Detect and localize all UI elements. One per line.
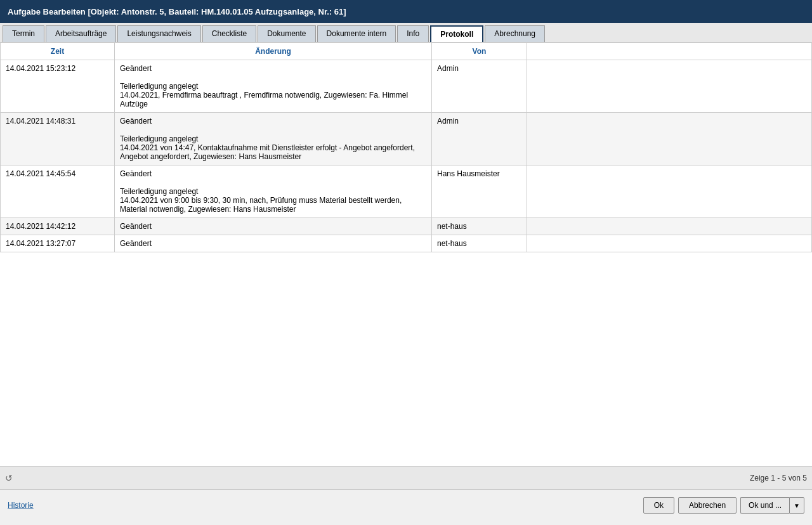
aenderung-detail: 14.04.2021 von 9:00 bis 9:30, 30 min, na… <box>120 196 402 214</box>
footer-buttons: Ok Abbrechen Ok und ... ▼ <box>643 497 804 514</box>
aenderung-title: Geändert <box>120 169 152 178</box>
aenderung-detail: 14.04.2021, Fremdfirma beauftragt , Frem… <box>120 91 408 108</box>
table-row: 14.04.2021 15:23:12GeändertTeilerledigun… <box>1 60 812 113</box>
table-row: 14.04.2021 14:42:12Geändertnet-haus <box>1 218 812 235</box>
main-content: Zeit Änderung Von 14.04.2021 15:23:12Geä… <box>0 42 812 466</box>
cell-aenderung: Geändert <box>115 235 432 252</box>
cell-aenderung: GeändertTeilerledigung angelegt14.04.202… <box>115 60 432 113</box>
page-info: Zeige 1 - 5 von 5 <box>750 474 807 483</box>
tab-dokumente[interactable]: Dokumente <box>258 25 315 42</box>
cell-extra <box>527 165 812 218</box>
refresh-icon[interactable]: ↺ <box>5 473 13 483</box>
table-row: 14.04.2021 14:48:31GeändertTeilerledigun… <box>1 113 812 165</box>
aenderung-detail: 14.04.2021 von 14:47, Kontaktaufnahme mi… <box>120 143 415 161</box>
aenderung-title: Geändert <box>120 222 152 231</box>
footer-bar: Historie Ok Abbrechen Ok und ... ▼ <box>0 489 812 521</box>
protocol-table: Zeit Änderung Von 14.04.2021 15:23:12Geä… <box>0 42 812 252</box>
cell-zeit: 14.04.2021 13:27:07 <box>1 235 115 252</box>
header-von: Von <box>432 43 527 60</box>
header-aenderung: Änderung <box>115 43 432 60</box>
aenderung-title: Geändert <box>120 239 152 248</box>
tab-dokumente-intern[interactable]: Dokumente intern <box>317 25 396 42</box>
cell-zeit: 14.04.2021 15:23:12 <box>1 60 115 113</box>
tab-arbeitsaufträge[interactable]: Arbeitsaufträge <box>46 25 116 42</box>
abbrechen-button[interactable]: Abbrechen <box>678 497 737 514</box>
cell-von: Admin <box>432 60 527 113</box>
cell-extra <box>527 113 812 165</box>
title-bar: Aufgabe Bearbeiten [Objekt: Antonstr. 5,… <box>0 0 812 23</box>
ok-und-main-button[interactable]: Ok und ... <box>740 497 789 514</box>
cell-zeit: 14.04.2021 14:42:12 <box>1 218 115 235</box>
cell-aenderung: GeändertTeilerledigung angelegt14.04.202… <box>115 113 432 165</box>
aenderung-detail: Teilerledigung angelegt <box>120 82 198 91</box>
aenderung-title: Geändert <box>120 64 152 73</box>
cell-von: Admin <box>432 113 527 165</box>
cell-aenderung: GeändertTeilerledigung angelegt14.04.202… <box>115 165 432 218</box>
ok-und-button-group: Ok und ... ▼ <box>740 497 804 514</box>
tab-checkliste[interactable]: Checkliste <box>202 25 256 42</box>
cell-aenderung: Geändert <box>115 218 432 235</box>
aenderung-detail: Teilerledigung angelegt <box>120 187 198 196</box>
cell-von: net-haus <box>432 218 527 235</box>
tab-info[interactable]: Info <box>397 25 429 42</box>
ok-button[interactable]: Ok <box>643 497 674 514</box>
table-row: 14.04.2021 13:27:07Geändertnet-haus <box>1 235 812 252</box>
content-scroll[interactable]: Zeit Änderung Von 14.04.2021 15:23:12Geä… <box>0 42 812 466</box>
bottom-status: ↺ Zeige 1 - 5 von 5 <box>0 466 812 489</box>
cell-zeit: 14.04.2021 14:48:31 <box>1 113 115 165</box>
header-zeit: Zeit <box>1 43 115 60</box>
tab-leistungsnachweis[interactable]: Leistungsnachweis <box>117 25 200 42</box>
title-text: Aufgabe Bearbeiten [Objekt: Antonstr. 5,… <box>8 7 346 16</box>
cell-extra <box>527 235 812 252</box>
historie-link[interactable]: Historie <box>8 501 34 510</box>
tab-bar: TerminArbeitsaufträgeLeistungsnachweisCh… <box>0 23 812 42</box>
ok-und-dropdown-button[interactable]: ▼ <box>789 497 804 514</box>
aenderung-detail: Teilerledigung angelegt <box>120 134 198 143</box>
cell-von: net-haus <box>432 235 527 252</box>
tab-abrechnung[interactable]: Abrechnung <box>485 25 545 42</box>
tab-termin[interactable]: Termin <box>3 25 44 42</box>
cell-extra <box>527 218 812 235</box>
table-row: 14.04.2021 14:45:54GeändertTeilerledigun… <box>1 165 812 218</box>
header-extra <box>527 43 812 60</box>
cell-von: Hans Hausmeister <box>432 165 527 218</box>
tab-protokoll[interactable]: Protokoll <box>430 25 483 42</box>
cell-extra <box>527 60 812 113</box>
cell-zeit: 14.04.2021 14:45:54 <box>1 165 115 218</box>
aenderung-title: Geändert <box>120 117 152 126</box>
